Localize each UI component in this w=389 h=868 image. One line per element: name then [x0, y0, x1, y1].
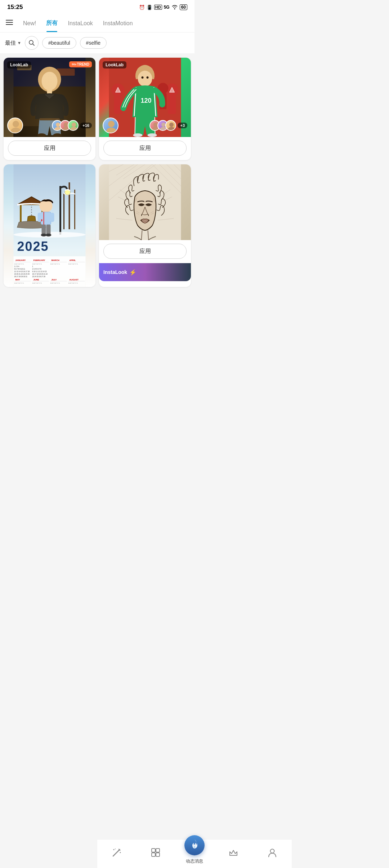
- svg-point-9: [38, 67, 61, 92]
- tag-beautiful[interactable]: #beautiful: [42, 37, 76, 49]
- svg-rect-72: [51, 213, 54, 222]
- svg-text:2  3  4  5  6  7  8: 2 3 4 5 6 7 8: [32, 268, 42, 270]
- card4-image[interactable]: [99, 164, 191, 240]
- svg-text:S M T W T F S: S M T W T F S: [14, 263, 24, 265]
- svg-text:JUNE: JUNE: [33, 279, 39, 281]
- svg-point-49: [169, 123, 174, 127]
- card1-looklab-label: LookLab: [7, 61, 31, 68]
- svg-point-22: [72, 123, 76, 127]
- svg-point-43: [108, 121, 115, 127]
- svg-text:5  6  7  8  9 10 11: 5 6 7 8 9 10 11: [14, 268, 26, 270]
- svg-text:S M T W T F S: S M T W T F S: [68, 263, 78, 265]
- chevron-down-icon: ▼: [17, 41, 21, 45]
- svg-text:S M T W T F S: S M T W T F S: [14, 282, 24, 284]
- tab-instamotion[interactable]: InstaMotion: [98, 17, 138, 32]
- svg-rect-28: [168, 96, 176, 114]
- card2-avatar-group: +3: [149, 120, 187, 131]
- svg-text:23 24 25 26 27 28: 23 24 25 26 27 28: [32, 276, 46, 278]
- card3-image[interactable]: 2025 JANUARY FEBRUARY MARCH APRIL S M T …: [4, 164, 95, 287]
- status-bar: 15:25 ⏰ 📳 HD 5G 60: [0, 0, 194, 13]
- card2-image[interactable]: 120 LookLab: [99, 58, 191, 137]
- filter-bar: 最佳 ▼ #beautiful #selfie: [0, 32, 194, 53]
- svg-point-69: [46, 234, 52, 236]
- svg-point-23: [70, 127, 77, 131]
- svg-text:2025: 2025: [17, 239, 49, 254]
- svg-text:120: 120: [141, 97, 152, 104]
- instalook-strip[interactable]: InstaLook ⚡: [99, 263, 191, 281]
- svg-text:9 10 11 12 13 14 15: 9 10 11 12 13 14 15: [32, 271, 47, 273]
- card1-image[interactable]: LookLab 90sTREND: [4, 58, 95, 137]
- wifi-icon: [171, 4, 178, 10]
- card2-count-badge: +3: [178, 123, 187, 128]
- svg-point-50: [168, 127, 175, 131]
- menu-icon[interactable]: [6, 20, 13, 29]
- svg-rect-71: [38, 213, 41, 222]
- battery-icon: 60: [180, 4, 187, 10]
- svg-text:S M T W T F S: S M T W T F S: [50, 263, 60, 265]
- avatar-sm-3: [68, 120, 79, 131]
- tab-all[interactable]: 所有: [41, 17, 63, 32]
- svg-text:MARCH: MARCH: [52, 259, 59, 261]
- svg-rect-66: [42, 225, 46, 235]
- card4-apply-button[interactable]: 应用: [103, 244, 187, 259]
- svg-text:MAY: MAY: [15, 279, 20, 281]
- alarm-icon: ⏰: [139, 5, 145, 10]
- hd-icon: HD: [154, 5, 162, 10]
- svg-rect-12: [45, 99, 54, 106]
- svg-rect-26: [114, 96, 122, 114]
- svg-text:S M T W T F S: S M T W T F S: [32, 282, 42, 284]
- svg-rect-64: [41, 212, 51, 225]
- svg-rect-11: [47, 89, 52, 94]
- svg-point-10: [42, 72, 58, 90]
- svg-point-41: [133, 133, 143, 137]
- card1-user-avatar: [7, 118, 23, 133]
- svg-text:12 13 14 15 16 17 18: 12 13 14 15 16 17 18: [14, 271, 30, 273]
- card2-apply-button[interactable]: 应用: [103, 141, 187, 156]
- card1-count-badge: +16: [80, 123, 92, 128]
- card1-apply-button[interactable]: 应用: [8, 141, 91, 156]
- svg-text:FEBRUARY: FEBRUARY: [33, 259, 45, 261]
- svg-text:JULY: JULY: [52, 279, 57, 281]
- card-calendar[interactable]: 2025 JANUARY FEBRUARY MARCH APRIL S M T …: [4, 164, 95, 287]
- card1-bottom-bar: +16: [7, 118, 92, 133]
- svg-point-33: [138, 71, 152, 87]
- signal-5g-icon: 5G: [164, 5, 170, 10]
- svg-text:1  2  3  4: 1 2 3 4: [14, 266, 19, 267]
- card-grid-row2: 2025 JANUARY FEBRUARY MARCH APRIL S M T …: [0, 164, 194, 291]
- tab-instalook[interactable]: InstaLook: [63, 17, 98, 32]
- svg-point-42: [148, 133, 157, 137]
- svg-rect-6: [57, 68, 75, 76]
- svg-rect-67: [46, 225, 51, 235]
- svg-point-35: [147, 76, 149, 79]
- card2-user-avatar: [103, 118, 119, 133]
- card-looklab-90s: LookLab 90sTREND: [4, 58, 95, 160]
- tab-new[interactable]: New!: [18, 17, 41, 32]
- svg-point-44: [106, 128, 116, 133]
- svg-text:JANUARY: JANUARY: [15, 259, 26, 261]
- card2-looklab-label: LookLab: [103, 61, 126, 68]
- card-sketch-portrait: 应用 InstaLook ⚡: [99, 164, 191, 287]
- svg-point-17: [11, 128, 21, 133]
- svg-text:AUGUST: AUGUST: [70, 279, 79, 281]
- filter-best-button[interactable]: 最佳 ▼: [5, 40, 21, 46]
- svg-point-3: [71, 104, 79, 112]
- svg-text:16 17 18 19 20 21 22: 16 17 18 19 20 21 22: [32, 273, 48, 275]
- svg-text:26 27 28 29 30 31: 26 27 28 29 30 31: [14, 276, 28, 278]
- svg-text:19 20 21 22 23 24 25: 19 20 21 22 23 24 25: [14, 273, 30, 275]
- nav-tabs: New! 所有 InstaLook InstaMotion: [0, 13, 194, 32]
- svg-text:APRIL: APRIL: [70, 259, 76, 261]
- vibrate-icon: 📳: [147, 5, 152, 10]
- card1-avatar-group: +16: [52, 120, 92, 131]
- svg-point-14: [37, 133, 46, 137]
- card-grid-row1: LookLab 90sTREND: [0, 53, 194, 164]
- svg-text:S M T W T F S: S M T W T F S: [32, 263, 42, 265]
- status-icons: ⏰ 📳 HD 5G 60: [139, 4, 187, 10]
- svg-line-1: [32, 44, 34, 46]
- tag-selfie[interactable]: #selfie: [80, 37, 107, 49]
- search-button[interactable]: [25, 36, 39, 50]
- status-time: 15:25: [7, 4, 23, 11]
- svg-point-16: [13, 121, 19, 127]
- card2-bottom-bar: +3: [103, 118, 187, 133]
- instalook-strip-emoji: ⚡: [129, 269, 137, 276]
- svg-point-34: [142, 76, 144, 79]
